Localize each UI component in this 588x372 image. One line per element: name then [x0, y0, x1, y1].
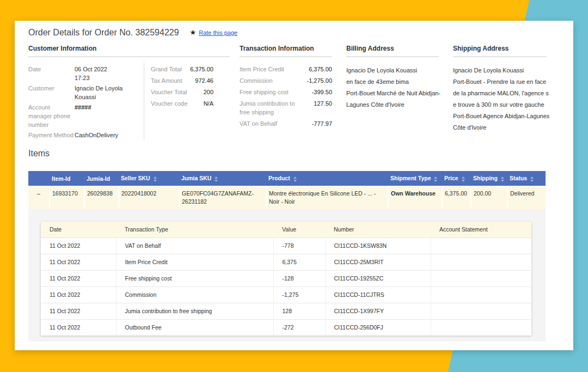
- customer-information-section: Customer Information Date 06 Oct 2022 17…: [28, 45, 230, 141]
- sort-icon[interactable]: [501, 176, 504, 182]
- items-table: Item-Id Jumia-Id Seller SKU Jumia SKU Pr…: [28, 171, 546, 209]
- jumia-sku-cell: GE070FC04G7ZANAFAMZ-26231182: [179, 186, 266, 209]
- billing-address-line: Port-Bouet Marché de Nuit Abidjan-: [346, 88, 439, 99]
- column-header-shipping[interactable]: Shipping: [471, 171, 507, 186]
- expanded-row-detail: Date Transaction Type Value Number Accou…: [28, 209, 546, 341]
- star-icon[interactable]: ★: [190, 28, 197, 36]
- voucher-total-row: Voucher Total 200: [151, 88, 213, 96]
- shipping-address-line: Ignacio De Loyola Kouassi: [453, 65, 547, 76]
- shipment-type-cell: Own Warehouse: [388, 186, 442, 209]
- transaction-row: 11 Oct 2022 VAT on Behalf -778 CI11CCD-1…: [41, 237, 531, 254]
- transaction-information-heading: Transaction Information: [240, 45, 332, 57]
- customer-field-date: Date 06 Oct 2022 17:23: [28, 65, 137, 82]
- column-header-shipment-type[interactable]: Shipment Type: [388, 171, 442, 186]
- tx-column-date: Date: [41, 222, 116, 237]
- sort-icon[interactable]: [530, 176, 534, 182]
- billing-address-line: Ignacio De Loyola Kouassi: [346, 65, 439, 76]
- column-header-seller-sku[interactable]: Seller SKU: [119, 171, 179, 186]
- column-header-jumia-sku[interactable]: Jumia SKU: [179, 171, 266, 186]
- items-heading: Items: [28, 148, 560, 158]
- transaction-information-section: Transaction Information Item Price Credi…: [240, 45, 332, 131]
- jumia-contribution-row: Jumia contribution to free shipping 127.…: [240, 99, 332, 117]
- column-header-jumia-id: Jumia-Id: [84, 171, 119, 186]
- shipping-address-line: Côte d'Ivoire: [453, 122, 547, 133]
- price-cell: 6,375.00: [442, 186, 471, 209]
- sort-icon[interactable]: [154, 176, 157, 182]
- sort-icon[interactable]: [215, 176, 218, 182]
- item-row: – 16933170 26029838 20220418002 GE070FC0…: [28, 186, 546, 209]
- tax-amount-row: Tax Amount 972.46: [151, 76, 213, 85]
- shipping-cell: 200.00: [471, 186, 507, 209]
- status-cell: Delivered: [507, 186, 546, 209]
- items-table-header-row: Item-Id Jumia-Id Seller SKU Jumia SKU Pr…: [28, 171, 546, 186]
- transaction-row: 11 Oct 2022 Jumia contribution to free s…: [41, 303, 531, 319]
- column-header-product[interactable]: Product: [266, 171, 388, 186]
- shipping-address-line: e trouve à 300 m sur votre gauche: [453, 99, 547, 111]
- billing-address-line: Lagunes Côte d'Ivoire: [346, 99, 439, 111]
- sort-icon[interactable]: [434, 176, 437, 182]
- shipping-address-section: Shipping Address Ignacio De Loyola Kouas…: [453, 45, 547, 133]
- rate-this-page-link[interactable]: Rate this page: [199, 29, 237, 36]
- transactions-table: Date Transaction Type Value Number Accou…: [41, 222, 531, 336]
- free-shipping-cost-row: Free shipping cost -399.50: [240, 88, 332, 96]
- customer-field-account-manager-phone: Account manager phone number #####: [28, 103, 137, 129]
- page-title: Order Details for Order No. 382594229: [28, 27, 179, 38]
- transaction-row: 11 Oct 2022 Outbound Fee -272 CI11CCD-25…: [41, 319, 531, 336]
- item-price-credit-row: Item Price Credit 6,375.00: [240, 65, 332, 74]
- vertical-divider: [144, 63, 144, 140]
- customer-field-customer: Customer Ignacio De Loyola Kouassi: [28, 84, 137, 101]
- collapse-row-button[interactable]: –: [28, 186, 50, 209]
- vat-on-behalf-row: VAT on Behalf -777.97: [240, 119, 332, 128]
- expand-column-header: [28, 171, 50, 186]
- shipping-address-line: Port-Bouet - Prendre la rue en face: [453, 76, 547, 88]
- column-header-item-id: Item-Id: [50, 171, 84, 186]
- tx-column-number: Number: [325, 222, 431, 237]
- grand-total-row: Grand Total 6,375.00: [151, 65, 213, 74]
- seller-sku-cell: 20220418002: [119, 186, 179, 209]
- product-cell: Montre électronique En Silicone LED - ..…: [266, 186, 388, 209]
- tx-column-statement: Account Statement: [431, 222, 531, 237]
- transactions-header-row: Date Transaction Type Value Number Accou…: [41, 222, 531, 237]
- order-details-card: Order Details for Order No. 382594229 ★ …: [15, 21, 573, 350]
- sort-icon[interactable]: [293, 176, 297, 182]
- item-id-cell: 16933170: [50, 186, 84, 209]
- tx-column-value: Value: [273, 222, 325, 237]
- customer-field-payment-method: Payment Method CashOnDelivery: [28, 131, 137, 139]
- customer-information-heading: Customer Information: [28, 45, 230, 57]
- shipping-address-line: de la pharmacie MALON, l'agence s: [453, 88, 547, 99]
- rate-this-page[interactable]: ★ Rate this page: [190, 28, 238, 36]
- billing-address-section: Billing Address Ignacio De Loyola Kouass…: [346, 45, 439, 111]
- tx-column-type: Transaction Type: [116, 222, 273, 237]
- commission-row: Commission -1,275.00: [240, 76, 332, 85]
- jumia-id-cell: 26029838: [84, 186, 119, 209]
- transaction-row: 11 Oct 2022 Item Price Credit 6,375 CI11…: [41, 254, 531, 270]
- column-header-status[interactable]: Status: [507, 171, 546, 186]
- transaction-row: 11 Oct 2022 Commission -1,275 CI11CCD-11…: [41, 286, 531, 303]
- billing-address-line: en face de 43eme bima: [346, 76, 439, 88]
- shipping-address-line: Port-Bouet Agence Abidjan-Lagunes: [453, 111, 547, 122]
- sort-icon[interactable]: [462, 176, 465, 182]
- column-header-price[interactable]: Price: [442, 171, 471, 186]
- shipping-address-heading: Shipping Address: [453, 45, 547, 57]
- transaction-row: 11 Oct 2022 Free shipping cost -128 CI11…: [41, 270, 531, 286]
- voucher-code-row: Voucher code N/A: [151, 99, 213, 108]
- billing-address-heading: Billing Address: [346, 45, 439, 57]
